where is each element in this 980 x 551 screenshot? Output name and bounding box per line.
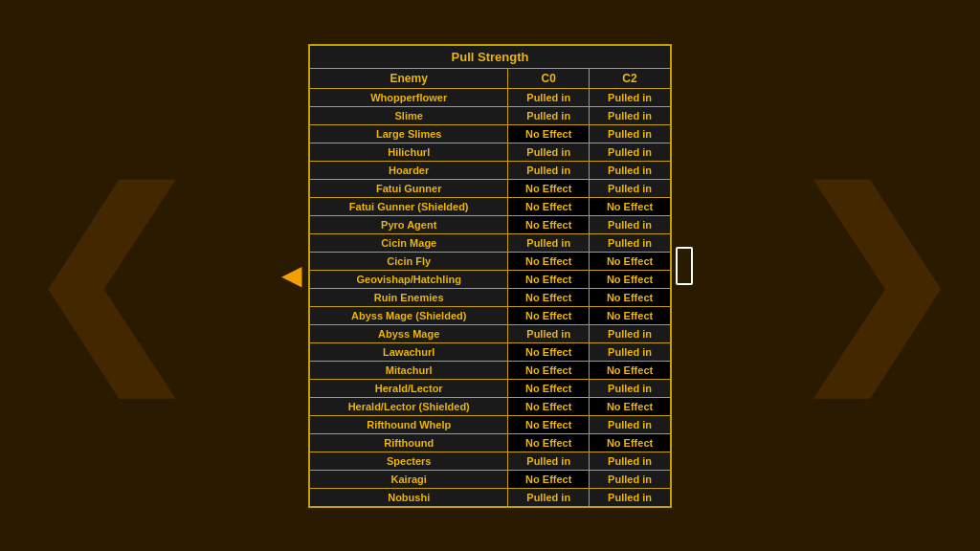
table-row: HilichurlPulled inPulled in: [309, 143, 671, 161]
left-chevron-icon: ❮: [19, 170, 195, 381]
table-row-c0: Pulled in: [508, 106, 590, 124]
table-row: Rifthound WhelpNo EffectPulled in: [309, 415, 671, 433]
table-row-c0: Pulled in: [508, 143, 590, 161]
table-row: Abyss Mage (Shielded)No EffectNo Effect: [309, 306, 671, 324]
table-row-c0: No Effect: [508, 197, 590, 215]
table-row-enemy: Specters: [309, 452, 508, 470]
table-row-c0: No Effect: [508, 288, 590, 306]
table-row-enemy: Herald/Lector: [309, 379, 508, 397]
table-row: Pyro AgentNo EffectPulled in: [309, 215, 671, 233]
table-row-c0: No Effect: [508, 361, 590, 379]
table-row: LawachurlNo EffectPulled in: [309, 342, 671, 361]
col-header-c0: C0: [508, 68, 590, 88]
table-row-enemy: Nobushi: [309, 488, 508, 507]
scroll-indicator[interactable]: [676, 247, 693, 285]
table-row-c0: No Effect: [508, 124, 590, 143]
table-row-enemy: Hoarder: [309, 161, 508, 179]
table-row-c0: No Effect: [508, 470, 590, 488]
table-row-c0: No Effect: [508, 252, 590, 270]
table-row-enemy: Fatui Gunner: [309, 179, 508, 197]
table-row: Cicin MagePulled inPulled in: [309, 233, 671, 252]
table-row-c2: Pulled in: [590, 161, 671, 179]
table-row-enemy: Large Slimes: [309, 124, 508, 143]
table-row: SpectersPulled inPulled in: [309, 452, 671, 470]
table-row-enemy: Geovishap/Hatchling: [309, 270, 508, 288]
table-row-enemy: Kairagi: [309, 470, 508, 488]
table-row-c2: Pulled in: [590, 88, 671, 106]
table-row-c0: Pulled in: [508, 88, 590, 106]
table-row: Fatui GunnerNo EffectPulled in: [309, 179, 671, 197]
table-row: Ruin EnemiesNo EffectNo Effect: [309, 288, 671, 306]
table-row-enemy: Pyro Agent: [309, 215, 508, 233]
table-row-c2: Pulled in: [590, 342, 671, 361]
table-row-c0: Pulled in: [508, 161, 590, 179]
table-row-c0: No Effect: [508, 415, 590, 433]
table-row-c2: Pulled in: [590, 470, 671, 488]
table-row-c2: No Effect: [590, 361, 671, 379]
table-row: MitachurlNo EffectNo Effect: [309, 361, 671, 379]
table-row-c0: No Effect: [508, 270, 590, 288]
table-row: Geovishap/HatchlingNo EffectNo Effect: [309, 270, 671, 288]
table-row: SlimePulled inPulled in: [309, 106, 671, 124]
table-row-c2: Pulled in: [590, 124, 671, 143]
table-row-c2: Pulled in: [590, 488, 671, 507]
table-row: Abyss MagePulled inPulled in: [309, 324, 671, 342]
right-chevron-icon: ❯: [785, 170, 961, 381]
table-row-c0: No Effect: [508, 215, 590, 233]
table-row-c0: Pulled in: [508, 324, 590, 342]
table-row-c2: Pulled in: [590, 143, 671, 161]
table-row-enemy: Herald/Lector (Shielded): [309, 397, 508, 415]
table-title: Pull Strength: [309, 45, 671, 69]
table-row-c0: No Effect: [508, 397, 590, 415]
table-row-enemy: Fatui Gunner (Shielded): [309, 197, 508, 215]
table-row-enemy: Lawachurl: [309, 342, 508, 361]
table-row-c2: Pulled in: [590, 233, 671, 252]
col-header-enemy: Enemy: [309, 68, 508, 88]
table-row-enemy: Slime: [309, 106, 508, 124]
table-row-enemy: Ruin Enemies: [309, 288, 508, 306]
table-row: Herald/LectorNo EffectPulled in: [309, 379, 671, 397]
table-row-c2: No Effect: [590, 397, 671, 415]
table-row-c2: No Effect: [590, 252, 671, 270]
table-row-enemy: Abyss Mage: [309, 324, 508, 342]
table-row-enemy: Cicin Mage: [309, 233, 508, 252]
table-row-enemy: Cicin Fly: [309, 252, 508, 270]
col-header-c2: C2: [590, 68, 671, 88]
table-row-enemy: Abyss Mage (Shielded): [309, 306, 508, 324]
table-row-c2: No Effect: [590, 433, 671, 452]
table-row-c2: No Effect: [590, 270, 671, 288]
table-row: Herald/Lector (Shielded)No EffectNo Effe…: [309, 397, 671, 415]
table-row-c0: No Effect: [508, 179, 590, 197]
table-row: WhopperflowerPulled inPulled in: [309, 88, 671, 106]
table-row-c0: No Effect: [508, 306, 590, 324]
table-row-c0: Pulled in: [508, 488, 590, 507]
table-row: Large SlimesNo EffectPulled in: [309, 124, 671, 143]
table-row-c2: No Effect: [590, 306, 671, 324]
table-row-c2: Pulled in: [590, 215, 671, 233]
table-row-c2: Pulled in: [590, 379, 671, 397]
table-row: HoarderPulled inPulled in: [309, 161, 671, 179]
table-row-c2: Pulled in: [590, 179, 671, 197]
table-row: RifthoundNo EffectNo Effect: [309, 433, 671, 452]
pull-strength-table-wrapper: ◀ Pull Strength Enemy C0 C2 Whopperflowe…: [308, 44, 672, 508]
table-row-enemy: Whopperflower: [309, 88, 508, 106]
table-row: Cicin FlyNo EffectNo Effect: [309, 252, 671, 270]
table-row-enemy: Rifthound: [309, 433, 508, 452]
table-row-c0: No Effect: [508, 342, 590, 361]
table-row-c2: Pulled in: [590, 106, 671, 124]
pull-strength-table: Pull Strength Enemy C0 C2 WhopperflowerP…: [308, 44, 672, 508]
table-row-c2: Pulled in: [590, 415, 671, 433]
table-row-c0: No Effect: [508, 379, 590, 397]
table-row-enemy: Hilichurl: [309, 143, 508, 161]
table-row-enemy: Mitachurl: [309, 361, 508, 379]
table-row-c0: Pulled in: [508, 452, 590, 470]
table-row-c0: No Effect: [508, 433, 590, 452]
table-row-c2: No Effect: [590, 288, 671, 306]
table-row: KairagiNo EffectPulled in: [309, 470, 671, 488]
table-row-c2: Pulled in: [590, 324, 671, 342]
table-row: NobushiPulled inPulled in: [309, 488, 671, 507]
table-row-c0: Pulled in: [508, 233, 590, 252]
arrow-indicator-icon: ◀: [281, 262, 302, 289]
table-row-enemy: Rifthound Whelp: [309, 415, 508, 433]
table-row-c2: No Effect: [590, 197, 671, 215]
